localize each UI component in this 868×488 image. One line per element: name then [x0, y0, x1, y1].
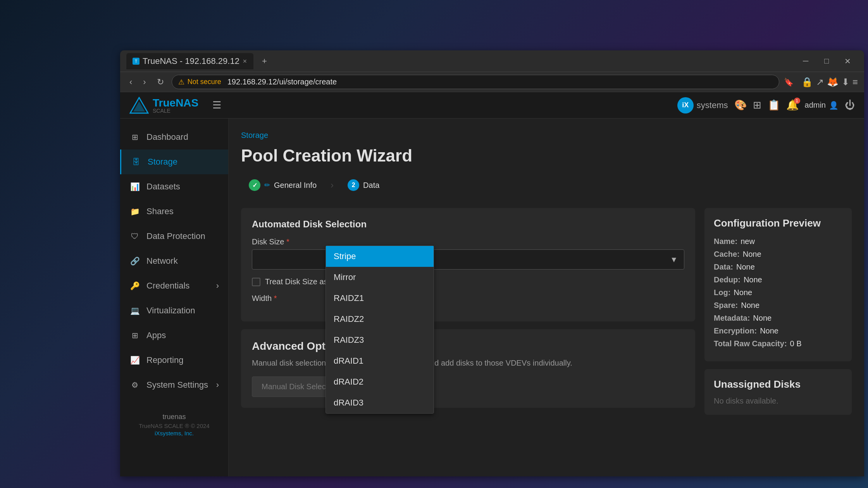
browser-maximize-button[interactable]: □ [816, 54, 837, 69]
dropdown-option-stripe[interactable]: Stripe [326, 246, 434, 267]
power-icon[interactable]: ⏻ [845, 99, 855, 111]
treat-min-checkbox[interactable] [252, 278, 260, 286]
sidebar-label-data-protection: Data Protection [146, 231, 205, 241]
disk-size-label: Disk Size * [252, 237, 684, 246]
config-row-encryption: Encryption: None [714, 326, 842, 335]
advanced-options-description: Manual disk selection allows you to crea… [252, 357, 684, 369]
automated-disk-title: Automated Disk Selection [252, 219, 367, 230]
config-row-spare: Spare: None [714, 301, 842, 310]
sidebar-label-credentials: Credentials [146, 281, 189, 291]
dropdown-option-draid1[interactable]: dRAID1 [326, 351, 434, 371]
unassigned-disks-title: Unassigned Disks [714, 378, 842, 390]
config-preview-title: Configuration Preview [714, 217, 842, 229]
sidebar-version: TrueNAS SCALE ® © 2024 [129, 423, 219, 429]
address-bar-icons: 🔖 [784, 77, 794, 87]
sidebar-item-credentials[interactable]: 🔑 Credentials › [120, 273, 228, 298]
dropdown-option-raidz2[interactable]: RAIDZ2 [326, 309, 434, 330]
ix-systems-branding: iX systems [677, 97, 728, 113]
required-marker: * [286, 237, 289, 246]
theme-icon[interactable]: 🎨 [734, 99, 747, 111]
reload-button[interactable]: ↻ [154, 75, 167, 89]
step-1-edit-icon[interactable]: ✏ [264, 181, 270, 189]
sidebar-label-reporting: Reporting [146, 355, 183, 365]
url-display: 192.168.29.12/ui/storage/create [227, 77, 337, 86]
width-label: Width * [252, 294, 684, 303]
advanced-options-section: Advanced Options Manual disk selection a… [241, 329, 695, 408]
wizard-step-1[interactable]: ✓ ✏ General Info [241, 175, 324, 196]
step-1-label: General Info [274, 181, 317, 190]
sidebar-item-virtualization[interactable]: 💻 Virtualization [120, 298, 228, 323]
step-1-number: ✓ [249, 179, 260, 191]
sidebar-label-system-settings: System Settings [146, 380, 208, 390]
sidebar: ⊞ Dashboard 🗄 Storage 📊 Datasets 📁 Share… [120, 119, 229, 476]
admin-label: admin [805, 101, 826, 110]
sidebar-item-datasets[interactable]: 📊 Datasets [120, 174, 228, 199]
sidebar-item-storage[interactable]: 🗄 Storage [120, 149, 228, 174]
disk-size-group: Disk Size * ▼ [252, 237, 684, 270]
sidebar-item-dashboard[interactable]: ⊞ Dashboard [120, 125, 228, 149]
sidebar-item-shares[interactable]: 📁 Shares [120, 199, 228, 224]
wizard-step-2[interactable]: 2 Data [340, 175, 387, 196]
shares-icon: 📁 [129, 206, 140, 217]
dropdown-option-draid2[interactable]: dRAID2 [326, 371, 434, 392]
layout-type-dropdown[interactable]: Stripe Mirror RAIDZ1 RAIDZ2 RAIDZ3 dRAID… [326, 246, 434, 414]
browser-tab[interactable]: T TrueNAS - 192.168.29.12 ✕ [126, 53, 253, 69]
admin-avatar-icon: 👤 [829, 101, 839, 110]
width-required-marker: * [274, 294, 277, 302]
sidebar-item-network[interactable]: 🔗 Network [120, 249, 228, 273]
datasets-icon: 📊 [129, 181, 140, 192]
step-2-label: Data [363, 181, 379, 190]
extension-icon-1[interactable]: 🔒 [801, 77, 813, 88]
main-content-area: Storage Pool Creation Wizard ✓ ✏ General… [229, 119, 864, 476]
dropdown-option-raidz3[interactable]: RAIDZ3 [326, 330, 434, 351]
browser-minimize-button[interactable]: ─ [795, 54, 816, 69]
sidebar-hostname: truenas [129, 413, 219, 421]
extension-icon-2[interactable]: ↗ [816, 77, 824, 88]
dropdown-option-mirror[interactable]: Mirror [326, 267, 434, 288]
apps-icon[interactable]: ⊞ [753, 99, 761, 111]
credentials-icon: 🔑 [129, 280, 140, 291]
notifications-icon[interactable]: 🔔 1 [786, 99, 799, 111]
ix-systems-label: systems [697, 100, 728, 110]
dropdown-option-draid3[interactable]: dRAID3 [326, 392, 434, 413]
sidebar-item-data-protection[interactable]: 🛡 Data Protection [120, 224, 228, 249]
dropdown-option-raidz1[interactable]: RAIDZ1 [326, 288, 434, 309]
config-row-data: Data: None [714, 263, 842, 271]
clipboard-icon[interactable]: 📋 [768, 99, 780, 111]
tab-favicon: T [133, 58, 140, 65]
back-button[interactable]: ‹ [126, 75, 135, 89]
sidebar-item-reporting[interactable]: 📈 Reporting [120, 348, 228, 373]
configuration-preview: Configuration Preview Name: new Cache: N… [704, 208, 852, 361]
notification-badge: 1 [794, 98, 800, 104]
security-warning-icon: ⚠ [178, 78, 184, 86]
browser-close-button[interactable]: ✕ [837, 54, 858, 69]
address-bar[interactable]: ⚠ Not secure 192.168.29.12/ui/storage/cr… [172, 75, 779, 89]
config-row-log: Log: None [714, 288, 842, 297]
browser-menu-icon[interactable]: ≡ [852, 77, 858, 88]
sidebar-item-system-settings[interactable]: ⚙ System Settings › [120, 373, 228, 397]
sidebar-label-shares: Shares [146, 206, 174, 217]
wizard-steps: ✓ ✏ General Info › 2 Data [241, 175, 852, 196]
hamburger-menu-button[interactable]: ☰ [212, 99, 221, 111]
unassigned-disks-panel: Unassigned Disks No disks available. [704, 369, 852, 415]
sidebar-label-dashboard: Dashboard [146, 132, 188, 142]
sidebar-label-storage: Storage [148, 157, 177, 167]
sidebar-label-virtualization: Virtualization [146, 306, 195, 316]
config-row-dedup: Dedup: None [714, 275, 842, 284]
disk-size-chevron-icon: ▼ [670, 255, 678, 264]
breadcrumb[interactable]: Storage [241, 131, 852, 140]
sidebar-label-datasets: Datasets [146, 182, 180, 192]
ix-logo-icon: iX [677, 97, 694, 113]
disk-size-select[interactable]: ▼ [252, 249, 684, 270]
tab-close-button[interactable]: ✕ [243, 58, 247, 64]
sidebar-item-apps[interactable]: ⊞ Apps [120, 323, 228, 348]
extension-icon-4[interactable]: ⬇ [842, 77, 849, 88]
new-tab-button[interactable]: + [258, 55, 271, 68]
bookmark-icon[interactable]: 🔖 [784, 77, 794, 87]
step-separator: › [331, 180, 334, 191]
extension-icon-3[interactable]: 🦊 [827, 77, 839, 88]
admin-menu-button[interactable]: admin 👤 [805, 101, 839, 110]
forward-button[interactable]: › [140, 75, 149, 89]
network-icon: 🔗 [129, 256, 140, 266]
sidebar-label-network: Network [146, 256, 178, 266]
